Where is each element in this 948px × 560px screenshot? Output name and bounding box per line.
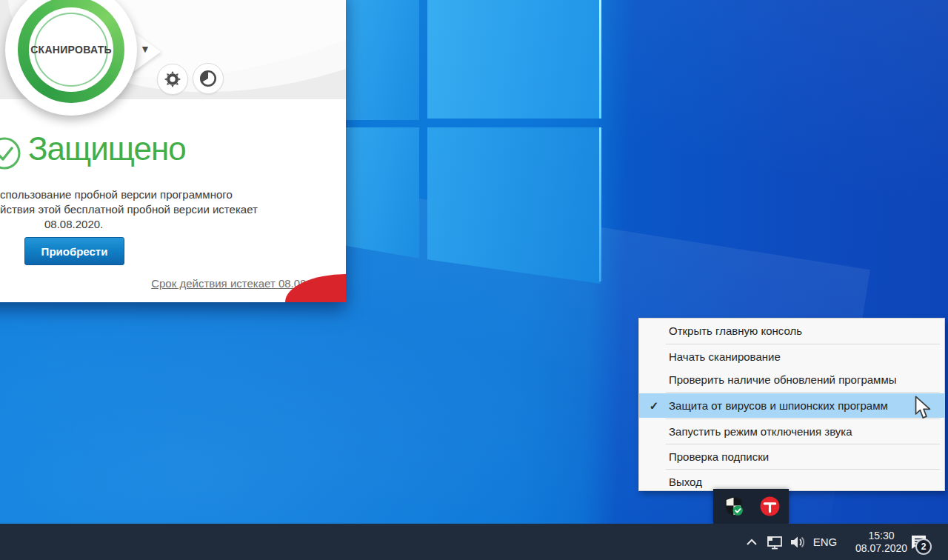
protection-status-title: Защищено (28, 130, 186, 167)
volume-button[interactable] (785, 524, 810, 560)
language-indicator[interactable]: ENG (810, 524, 840, 560)
menu-item-label: Защита от вирусов и шпионских программ (669, 399, 888, 412)
menu-item-check-updates[interactable]: Проверить наличие обновлений программы (639, 368, 944, 391)
trial-text-line1: спользование пробной версии программного (0, 188, 233, 201)
antivirus-tray-icon[interactable] (759, 496, 781, 517)
menu-item-virus-protection[interactable]: ✓ Защита от вирусов и шпионских программ (639, 393, 944, 418)
menu-item-open-console[interactable]: Открыть главную консоль (639, 319, 944, 343)
menu-separator (666, 344, 940, 344)
clock-date: 08.07.2020 (855, 542, 907, 555)
antivirus-window: СКАНИРОВАТЬ ▼ Защищено спользование проб… (0, 0, 346, 302)
network-icon (766, 535, 784, 550)
menu-separator (666, 392, 940, 393)
windows-logo-edge-highlight (599, 127, 601, 281)
tray-overflow-popup (713, 489, 789, 524)
clock-time: 15:30 (868, 530, 894, 542)
menu-separator (666, 419, 940, 419)
windows-logo-pane (427, 0, 601, 119)
settings-button[interactable] (157, 64, 188, 95)
mode-button[interactable] (193, 63, 224, 94)
windows-logo-pane (337, 127, 419, 268)
chevron-up-icon (746, 539, 758, 546)
menu-item-label: Проверка подписки (669, 450, 769, 463)
trial-text-line2: йствия этой бесплатной пробной версии ис… (0, 203, 258, 216)
windows-logo-pane (427, 127, 601, 284)
gear-icon (163, 70, 182, 89)
windows-logo-pane (337, 0, 419, 120)
menu-item-check-subscription[interactable]: Проверка подписки (639, 445, 944, 468)
windows-logo (326, 0, 607, 296)
speaker-icon (789, 535, 807, 550)
menu-item-label: Начать сканирование (669, 350, 781, 363)
menu-separator (666, 469, 940, 470)
chevron-down-icon[interactable]: ▼ (140, 43, 150, 55)
pie-chart-icon (198, 69, 218, 88)
show-hidden-icons-button[interactable] (741, 524, 763, 560)
notification-count-badge[interactable]: 2 (915, 539, 932, 555)
network-status-button[interactable] (763, 524, 787, 560)
windows-logo-edge-highlight (599, 0, 601, 119)
menu-item-label: Проверить наличие обновлений программы (669, 373, 897, 386)
taskbar: ENG 15:30 08.07.2020 (0, 524, 948, 560)
menu-item-label: Запустить режим отключения звука (669, 425, 852, 438)
purchase-button[interactable]: Приобрести (24, 237, 124, 265)
mouse-cursor (914, 396, 933, 424)
menu-item-label: Выход (669, 476, 702, 488)
tray-context-menu: Открыть главную консоль Начать сканирова… (638, 318, 945, 491)
menu-item-mute-mode[interactable]: Запустить режим отключения звука (639, 420, 944, 443)
menu-separator (666, 444, 940, 444)
menu-item-label: Открыть главную консоль (669, 324, 802, 337)
checkmark-icon: ✓ (639, 399, 669, 413)
menu-item-exit[interactable]: Выход (639, 470, 944, 493)
menu-item-start-scan[interactable]: Начать сканирование (639, 345, 944, 368)
trial-text-line3: 08.08.2020. (44, 218, 103, 230)
windows-security-shield-icon[interactable] (723, 496, 744, 517)
scan-button-label[interactable]: СКАНИРОВАТЬ (12, 44, 130, 56)
light-glow (0, 281, 667, 560)
check-circle-icon (0, 136, 21, 173)
cursor-arrow-icon (914, 396, 933, 421)
